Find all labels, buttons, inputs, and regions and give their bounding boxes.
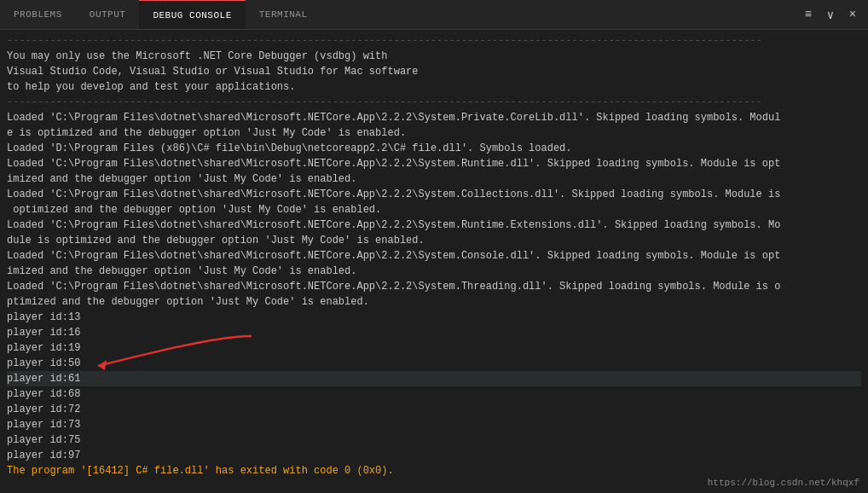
console-line: player id:97 xyxy=(7,448,861,463)
url-watermark: https://blog.csdn.net/khqxf xyxy=(708,478,859,488)
console-line: Loaded 'C:\Program Files\dotnet\shared\M… xyxy=(7,110,861,125)
console-line: optimized and the debugger option 'Just … xyxy=(7,202,861,218)
list-icon[interactable]: ≡ xyxy=(800,6,817,23)
console-line: player id:19 xyxy=(7,340,861,356)
console-line: Loaded 'D:\Program Files (x86)\C# file\b… xyxy=(7,141,861,156)
console-line: player id:16 xyxy=(7,325,861,340)
console-content: ----------------------------------------… xyxy=(0,30,868,493)
console-line: Loaded 'C:\Program Files\dotnet\shared\M… xyxy=(7,279,861,294)
console-line: player id:68 xyxy=(7,386,861,402)
console-line: player id:13 xyxy=(7,310,861,325)
console-line: Visual Studio Code, Visual Studio or Vis… xyxy=(7,64,861,79)
chevron-down-icon[interactable]: ∨ xyxy=(822,6,839,23)
console-line: Loaded 'C:\Program Files\dotnet\shared\M… xyxy=(7,218,861,233)
console-line: Loaded 'C:\Program Files\dotnet\shared\M… xyxy=(7,248,861,264)
console-line: player id:75 xyxy=(7,432,861,448)
console-line: imized and the debugger option 'Just My … xyxy=(7,264,861,279)
console-line: The program '[16412] C# file.dll' has ex… xyxy=(7,463,861,478)
console-line: to help you develop and test your applic… xyxy=(7,79,861,95)
console-line: ----------------------------------------… xyxy=(7,33,861,49)
console-line: ----------------------------------------… xyxy=(7,95,861,110)
tab-output[interactable]: OUTPUT xyxy=(76,0,140,29)
tab-debug-console[interactable]: DEBUG CONSOLE xyxy=(139,0,245,29)
console-line: e is optimized and the debugger option '… xyxy=(7,125,861,141)
console-line: Loaded 'C:\Program Files\dotnet\shared\M… xyxy=(7,187,861,202)
tab-terminal[interactable]: TERMINAL xyxy=(246,0,321,29)
tab-bar: PROBLEMS OUTPUT DEBUG CONSOLE TERMINAL ≡… xyxy=(0,0,868,30)
console-line: player id:61 xyxy=(7,371,861,386)
close-icon[interactable]: × xyxy=(844,6,861,23)
console-line: You may only use the Microsoft .NET Core… xyxy=(7,49,861,64)
console-line: Loaded 'C:\Program Files\dotnet\shared\M… xyxy=(7,156,861,171)
console-line: player id:50 xyxy=(7,356,861,371)
console-line: imized and the debugger option 'Just My … xyxy=(7,171,861,187)
console-line: player id:72 xyxy=(7,402,861,417)
console-line: player id:73 xyxy=(7,417,861,432)
tab-problems[interactable]: PROBLEMS xyxy=(0,0,76,29)
console-line: dule is optimized and the debugger optio… xyxy=(7,233,861,248)
console-line: ptimized and the debugger option 'Just M… xyxy=(7,294,861,310)
